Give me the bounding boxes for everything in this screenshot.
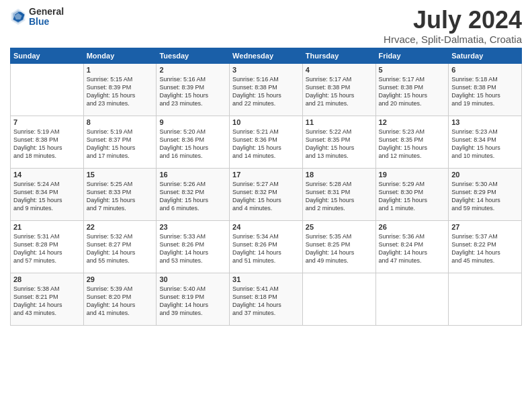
day-info: Sunrise: 5:29 AM Sunset: 8:30 PM Dayligh… (379, 181, 428, 212)
day-cell: 2Sunrise: 5:16 AM Sunset: 8:39 PM Daylig… (157, 63, 230, 116)
day-cell: 4Sunrise: 5:17 AM Sunset: 8:38 PM Daylig… (302, 63, 375, 116)
day-cell: 11Sunrise: 5:22 AM Sunset: 8:35 PM Dayli… (302, 116, 375, 168)
day-info: Sunrise: 5:25 AM Sunset: 8:33 PM Dayligh… (87, 181, 136, 212)
day-number: 21 (13, 223, 81, 231)
logo: General Blue (10, 7, 64, 28)
col-header-wednesday: Wednesday (230, 48, 303, 63)
day-info: Sunrise: 5:20 AM Sunset: 8:36 PM Dayligh… (159, 128, 208, 159)
week-row-3: 14Sunrise: 5:24 AM Sunset: 8:34 PM Dayli… (11, 168, 522, 220)
day-cell: 26Sunrise: 5:36 AM Sunset: 8:24 PM Dayli… (375, 220, 449, 273)
day-info: Sunrise: 5:26 AM Sunset: 8:32 PM Dayligh… (159, 181, 208, 212)
day-number: 18 (306, 171, 373, 179)
day-cell: 8Sunrise: 5:19 AM Sunset: 8:37 PM Daylig… (83, 116, 157, 168)
logo-blue: Blue (29, 17, 64, 27)
header: General Blue July 2024 Hrvace, Split-Dal… (10, 7, 522, 45)
page-container: General Blue July 2024 Hrvace, Split-Dal… (0, 0, 532, 329)
col-header-saturday: Saturday (449, 48, 522, 63)
day-info: Sunrise: 5:36 AM Sunset: 8:24 PM Dayligh… (379, 233, 428, 264)
day-cell: 3Sunrise: 5:16 AM Sunset: 8:38 PM Daylig… (230, 63, 303, 116)
day-number: 19 (379, 171, 446, 179)
day-cell: 5Sunrise: 5:17 AM Sunset: 8:38 PM Daylig… (375, 63, 449, 116)
day-number: 12 (379, 118, 446, 126)
day-info: Sunrise: 5:24 AM Sunset: 8:34 PM Dayligh… (13, 181, 62, 212)
day-cell: 13Sunrise: 5:23 AM Sunset: 8:34 PM Dayli… (449, 116, 522, 168)
day-number: 10 (232, 118, 300, 126)
week-row-1: 1Sunrise: 5:15 AM Sunset: 8:39 PM Daylig… (11, 63, 522, 116)
col-header-monday: Monday (83, 48, 157, 63)
day-cell: 9Sunrise: 5:20 AM Sunset: 8:36 PM Daylig… (157, 116, 230, 168)
day-cell: 12Sunrise: 5:23 AM Sunset: 8:35 PM Dayli… (375, 116, 449, 168)
day-cell: 29Sunrise: 5:39 AM Sunset: 8:20 PM Dayli… (83, 273, 157, 325)
day-number: 6 (451, 66, 519, 74)
day-number: 8 (87, 118, 154, 126)
day-cell: 21Sunrise: 5:31 AM Sunset: 8:28 PM Dayli… (11, 220, 84, 273)
week-row-5: 28Sunrise: 5:38 AM Sunset: 8:21 PM Dayli… (11, 273, 522, 325)
day-cell: 24Sunrise: 5:34 AM Sunset: 8:26 PM Dayli… (230, 220, 303, 273)
day-number: 28 (13, 275, 81, 283)
day-number: 31 (232, 275, 300, 283)
day-info: Sunrise: 5:21 AM Sunset: 8:36 PM Dayligh… (232, 128, 281, 159)
day-cell: 19Sunrise: 5:29 AM Sunset: 8:30 PM Dayli… (375, 168, 449, 220)
day-cell: 16Sunrise: 5:26 AM Sunset: 8:32 PM Dayli… (157, 168, 230, 220)
day-info: Sunrise: 5:39 AM Sunset: 8:20 PM Dayligh… (87, 285, 136, 316)
day-info: Sunrise: 5:17 AM Sunset: 8:38 PM Dayligh… (306, 76, 355, 107)
week-row-2: 7Sunrise: 5:19 AM Sunset: 8:38 PM Daylig… (11, 116, 522, 168)
location: Hrvace, Split-Dalmatia, Croatia (384, 34, 522, 45)
day-number: 7 (13, 118, 81, 126)
day-number: 16 (159, 171, 226, 179)
day-number: 30 (159, 275, 226, 283)
day-number: 26 (379, 223, 446, 231)
day-info: Sunrise: 5:37 AM Sunset: 8:22 PM Dayligh… (451, 233, 500, 264)
day-info: Sunrise: 5:23 AM Sunset: 8:35 PM Dayligh… (379, 128, 428, 159)
day-cell: 7Sunrise: 5:19 AM Sunset: 8:38 PM Daylig… (11, 116, 84, 168)
day-cell: 10Sunrise: 5:21 AM Sunset: 8:36 PM Dayli… (230, 116, 303, 168)
day-info: Sunrise: 5:27 AM Sunset: 8:32 PM Dayligh… (232, 181, 281, 212)
calendar-header-row: SundayMondayTuesdayWednesdayThursdayFrid… (11, 48, 522, 63)
col-header-friday: Friday (375, 48, 449, 63)
day-info: Sunrise: 5:34 AM Sunset: 8:26 PM Dayligh… (232, 233, 281, 264)
day-number: 22 (87, 223, 154, 231)
day-number: 4 (306, 66, 373, 74)
day-cell: 22Sunrise: 5:32 AM Sunset: 8:27 PM Dayli… (83, 220, 157, 273)
logo-general: General (29, 7, 64, 17)
day-cell: 6Sunrise: 5:18 AM Sunset: 8:38 PM Daylig… (449, 63, 522, 116)
day-number: 24 (232, 223, 300, 231)
day-info: Sunrise: 5:22 AM Sunset: 8:35 PM Dayligh… (306, 128, 355, 159)
day-info: Sunrise: 5:28 AM Sunset: 8:31 PM Dayligh… (306, 181, 355, 212)
day-number: 3 (232, 66, 300, 74)
day-cell (449, 273, 522, 325)
day-cell: 25Sunrise: 5:35 AM Sunset: 8:25 PM Dayli… (302, 220, 375, 273)
day-info: Sunrise: 5:38 AM Sunset: 8:21 PM Dayligh… (13, 285, 62, 316)
day-cell (11, 63, 84, 116)
day-number: 15 (87, 171, 154, 179)
day-info: Sunrise: 5:35 AM Sunset: 8:25 PM Dayligh… (306, 233, 355, 264)
day-cell: 28Sunrise: 5:38 AM Sunset: 8:21 PM Dayli… (11, 273, 84, 325)
day-number: 2 (159, 66, 226, 74)
day-number: 27 (451, 223, 519, 231)
day-cell: 31Sunrise: 5:41 AM Sunset: 8:18 PM Dayli… (230, 273, 303, 325)
day-cell: 1Sunrise: 5:15 AM Sunset: 8:39 PM Daylig… (83, 63, 157, 116)
col-header-tuesday: Tuesday (157, 48, 230, 63)
day-info: Sunrise: 5:31 AM Sunset: 8:28 PM Dayligh… (13, 233, 62, 264)
day-info: Sunrise: 5:40 AM Sunset: 8:19 PM Dayligh… (159, 285, 208, 316)
day-info: Sunrise: 5:19 AM Sunset: 8:38 PM Dayligh… (13, 128, 62, 159)
day-cell: 27Sunrise: 5:37 AM Sunset: 8:22 PM Dayli… (449, 220, 522, 273)
logo-text: General Blue (29, 7, 64, 28)
day-info: Sunrise: 5:16 AM Sunset: 8:38 PM Dayligh… (232, 76, 281, 107)
day-number: 29 (87, 275, 154, 283)
day-cell: 15Sunrise: 5:25 AM Sunset: 8:33 PM Dayli… (83, 168, 157, 220)
day-number: 25 (306, 223, 373, 231)
day-number: 23 (159, 223, 226, 231)
day-info: Sunrise: 5:19 AM Sunset: 8:37 PM Dayligh… (87, 128, 136, 159)
day-cell: 20Sunrise: 5:30 AM Sunset: 8:29 PM Dayli… (449, 168, 522, 220)
month-year: July 2024 (384, 7, 522, 34)
day-info: Sunrise: 5:16 AM Sunset: 8:39 PM Dayligh… (159, 76, 208, 107)
day-number: 20 (451, 171, 519, 179)
day-info: Sunrise: 5:33 AM Sunset: 8:26 PM Dayligh… (159, 233, 208, 264)
title-block: July 2024 Hrvace, Split-Dalmatia, Croati… (384, 7, 522, 45)
day-number: 17 (232, 171, 300, 179)
day-cell: 14Sunrise: 5:24 AM Sunset: 8:34 PM Dayli… (11, 168, 84, 220)
day-number: 14 (13, 171, 81, 179)
day-number: 13 (451, 118, 519, 126)
day-info: Sunrise: 5:18 AM Sunset: 8:38 PM Dayligh… (451, 76, 500, 107)
